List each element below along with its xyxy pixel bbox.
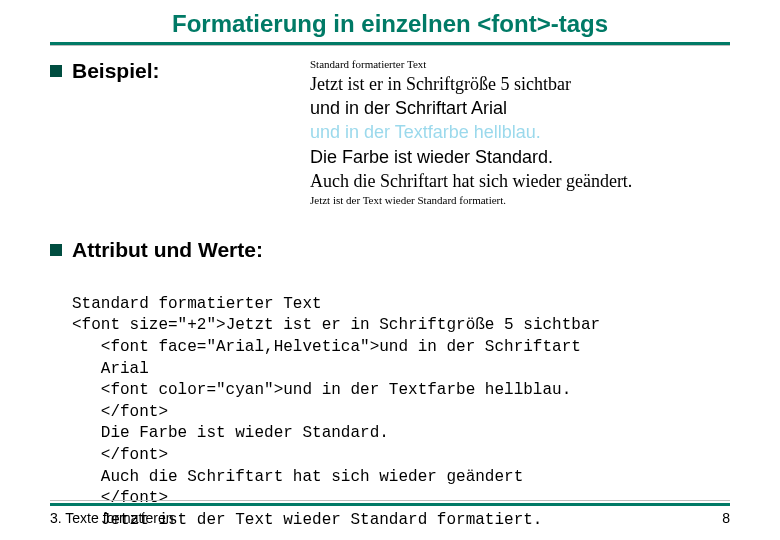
- code-line: </font>: [101, 403, 168, 421]
- footer: 3. Texte formatieren 8: [50, 503, 730, 526]
- bullet-label: Beispiel:: [72, 59, 160, 83]
- bullet-label: Attribut und Werte:: [72, 238, 263, 262]
- code-line: Standard formatierter Text: [72, 295, 322, 313]
- rendered-example: Standard formatierter Text Jetzt ist er …: [310, 57, 730, 208]
- code-line: Die Farbe ist wieder Standard.: [101, 424, 389, 442]
- example-line: Jetzt ist er in Schriftgröße 5 sichtbar: [310, 72, 730, 96]
- bullet-icon: [50, 244, 62, 256]
- example-line: Auch die Schriftart hat sich wieder geän…: [310, 169, 730, 193]
- example-line: Die Farbe ist wieder Standard.: [310, 145, 730, 169]
- code-line: <font face="Arial,Helvetica">und in der …: [101, 338, 581, 356]
- page-number: 8: [722, 510, 730, 526]
- code-line: Auch die Schriftart hat sich wieder geän…: [101, 468, 523, 486]
- footer-text-left: 3. Texte formatieren: [50, 510, 173, 526]
- example-line: Jetzt ist der Text wieder Standard forma…: [310, 193, 730, 208]
- code-block: Standard formatierter Text <font size="+…: [72, 272, 730, 531]
- code-line: Arial: [101, 360, 149, 378]
- example-line: und in der Schriftart Arial: [310, 96, 730, 120]
- title-underline: [50, 42, 730, 45]
- bullet-attribut: Attribut und Werte:: [50, 238, 730, 262]
- bullet-icon: [50, 65, 62, 77]
- code-line: <font size="+2">Jetzt ist er in Schriftg…: [72, 316, 600, 334]
- example-line: und in der Textfarbe hellblau.: [310, 120, 730, 144]
- code-line: <font color="cyan">und in der Textfarbe …: [101, 381, 571, 399]
- example-line: Standard formatierter Text: [310, 57, 730, 72]
- slide-title: Formatierung in einzelnen <font>-tags: [50, 0, 730, 42]
- code-line: </font>: [101, 446, 168, 464]
